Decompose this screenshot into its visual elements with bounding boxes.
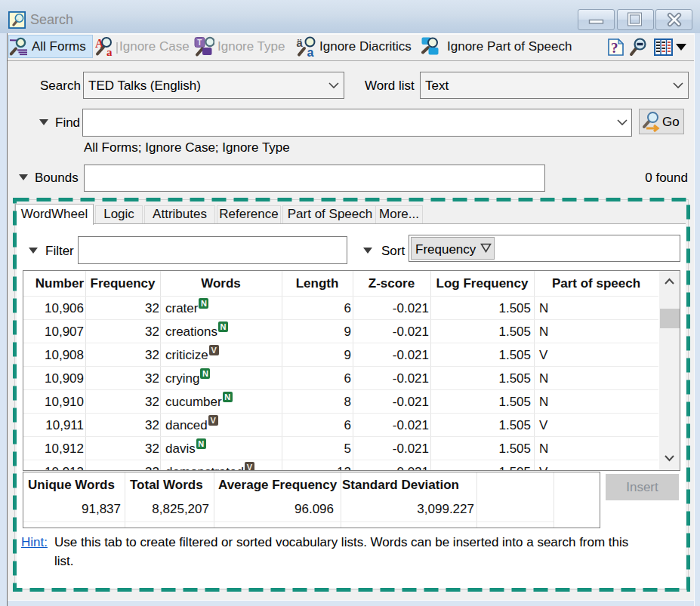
svg-text:T: T (197, 38, 202, 47)
svg-text:ä: ä (297, 36, 304, 49)
svg-text:a: a (106, 46, 113, 58)
svg-text:a: a (307, 46, 314, 59)
svg-text:?: ? (611, 40, 618, 56)
